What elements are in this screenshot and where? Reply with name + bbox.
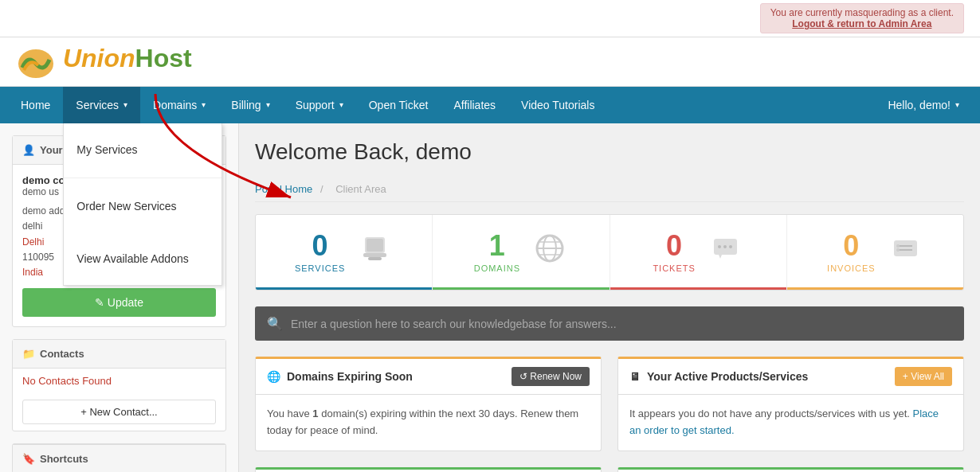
nav-home[interactable]: Home [8,87,63,123]
svg-point-12 [718,245,721,248]
tickets-count: 0 [653,232,695,260]
invoices-underline [787,287,963,290]
logout-link[interactable]: Logout & return to Admin Area [792,18,931,29]
svg-rect-3 [367,239,383,252]
domains-count: 1 [474,232,520,260]
services-underline [256,287,432,290]
services-label: SERVICES [295,263,345,273]
domains-label: DOMAINS [474,263,520,273]
update-button[interactable]: ✎ Update [22,288,216,317]
services-dropdown: My Services Order New Services View Avai… [63,123,222,286]
search-bar: 🔍 [255,306,964,341]
logo-bar: UnionHost [0,37,980,87]
billing-arrow: ▾ [266,87,270,123]
card-active-products: 🖥 Your Active Products/Services + View A… [617,357,964,451]
products-icon: 🖥 [629,370,641,383]
shortcuts-header: 🔖 Shortcuts [13,444,225,472]
domains-arrow: ▾ [202,87,206,123]
svg-point-19 [896,244,900,248]
logo: UnionHost [16,44,192,80]
products-title: Your Active Products/Services [647,370,808,383]
view-all-button[interactable]: + View All [895,367,952,386]
svg-rect-5 [368,257,382,260]
breadcrumb-current: Client Area [335,183,386,195]
nav-billing[interactable]: Billing ▾ [218,87,282,123]
card-recent-tickets: 💬 Recent Support Tickets + Open New Tick… [255,467,602,472]
expiring-icon: 🌐 [267,370,280,383]
svg-point-20 [896,248,900,252]
tickets-stat-icon [708,231,743,274]
svg-point-13 [723,245,727,248]
top-bar: You are currently masquerading as a clie… [0,0,980,37]
stat-invoices: 0 INVOICES [787,215,963,290]
stat-services: 0 SERVICES [256,215,433,290]
card-products-body: It appears you do not have any products/… [618,395,963,451]
svg-marker-15 [719,255,722,259]
masquerade-text: You are currently masquerading as a clie… [770,7,954,18]
nav-open-ticket[interactable]: Open Ticket [356,87,441,123]
masquerade-notice: You are currently masquerading as a clie… [760,3,964,33]
svg-point-14 [729,245,732,248]
domains-underline [433,287,609,290]
invoices-stat-icon [888,231,923,274]
invoices-label: INVOICES [827,263,876,273]
sidebar-shortcuts-section: 🔖 Shortcuts [12,443,226,472]
stat-tickets: 0 TICKETS [610,215,787,290]
invoices-count: 0 [827,232,876,260]
user-arrow: ▾ [955,87,959,123]
search-input[interactable] [291,318,952,330]
card-domains-expiring: 🌐 Domains Expiring Soon ↺ Renew Now You … [255,357,602,451]
cards-row-2: 💬 Recent Support Tickets + Open New Tick… [255,467,964,472]
cards-row-1: 🌐 Domains Expiring Soon ↺ Renew Now You … [255,357,964,451]
contacts-icon: 📁 [22,348,35,360]
breadcrumb-sep: / [320,183,323,195]
nav-user[interactable]: Hello, demo! ▾ [875,87,972,123]
stat-domains: 1 DOMAINS [433,215,610,290]
svg-rect-4 [363,253,386,257]
contacts-title: Contacts [40,348,84,360]
svg-rect-16 [894,240,917,256]
services-count: 0 [295,232,345,260]
dropdown-my-services[interactable]: My Services [64,123,221,176]
nav-affiliates[interactable]: Affiliates [441,87,508,123]
dropdown-addons[interactable]: View Available Addons [64,232,221,285]
place-order-link[interactable]: Place an order to get started. [629,408,939,436]
shortcuts-icon: 🔖 [22,453,35,465]
welcome-heading: Welcome Back, demo [255,139,964,165]
card-register-domain: 🌐 Register a New Domain [617,467,964,472]
card-expiring-header: 🌐 Domains Expiring Soon ↺ Renew Now [256,359,601,395]
no-contacts-text: No Contacts Found [13,369,225,393]
expiring-title: Domains Expiring Soon [287,370,413,383]
tickets-underline [610,287,786,290]
shortcuts-title: Shortcuts [40,453,88,465]
breadcrumb: Portal Home / Client Area [255,177,964,202]
profile-title: Your [40,144,63,156]
renew-now-button[interactable]: ↺ Renew Now [512,367,590,386]
breadcrumb-home[interactable]: Portal Home [255,183,312,195]
dropdown-order-services[interactable]: Order New Services [64,180,221,232]
services-arrow: ▾ [123,87,127,123]
support-arrow: ▾ [339,87,343,123]
card-products-header: 🖥 Your Active Products/Services + View A… [618,359,963,395]
contacts-header: 📁 Contacts [13,340,225,369]
nav-support[interactable]: Support ▾ [283,87,356,123]
user-icon: 👤 [22,144,35,156]
card-expiring-body: You have 1 domain(s) expiring within the… [256,395,601,451]
navbar: Home Services ▾ My Services Order New Se… [0,87,980,123]
new-contact-button[interactable]: + New Contact... [22,400,216,424]
search-icon: 🔍 [267,316,283,331]
main-content: Welcome Back, demo Portal Home / Client … [239,123,980,472]
nav-domains[interactable]: Domains ▾ [140,87,218,123]
stats-row: 0 SERVICES 1 DOMAINS [255,214,964,291]
tickets-label: TICKETS [653,263,695,273]
services-stat-icon [357,231,393,274]
sidebar-contacts-section: 📁 Contacts No Contacts Found + New Conta… [12,339,226,431]
domains-stat-icon [532,231,568,274]
nav-services[interactable]: Services ▾ My Services Order New Service… [63,87,140,123]
nav-video-tutorials[interactable]: Video Tutorials [508,87,607,123]
